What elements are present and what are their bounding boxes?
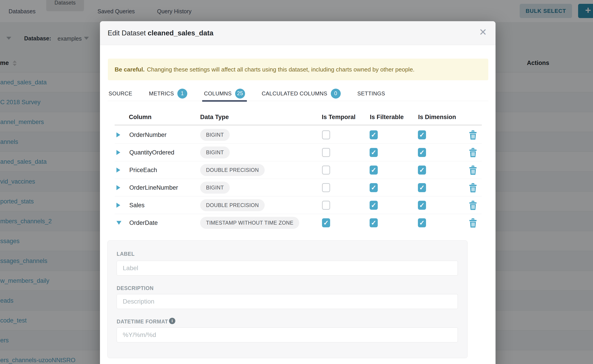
modal-tabs: SOURCE METRICS 1 COLUMNS 25 CALCULATED C… xyxy=(108,86,488,101)
column-name: PriceEach xyxy=(129,161,157,179)
tab-label: SOURCE xyxy=(109,91,132,97)
edit-dataset-modal: Edit Dataset cleaned_sales_data ✕ Be car… xyxy=(100,21,495,364)
is-dimension-checkbox[interactable]: ✓ xyxy=(418,148,426,157)
expand-caret-icon[interactable] xyxy=(116,185,120,190)
modal-title: Edit Dataset cleaned_sales_data xyxy=(108,29,213,37)
is-dimension-checkbox[interactable]: ✓ xyxy=(418,201,426,210)
close-icon[interactable]: ✕ xyxy=(479,27,487,37)
data-type-pill: DOUBLE PRECISION xyxy=(200,199,265,211)
warning-text: Changing these settings will affect all … xyxy=(147,66,415,73)
tab-calculated-columns[interactable]: CALCULATED COLUMNS 0 xyxy=(261,86,342,101)
tab-label: COLUMNS xyxy=(204,91,232,97)
expand-caret-icon[interactable] xyxy=(116,150,120,155)
expand-caret-icon[interactable] xyxy=(116,132,120,137)
is-filterable-checkbox[interactable]: ✓ xyxy=(370,218,378,227)
column-header: Is Dimension xyxy=(418,109,456,125)
expand-caret-icon[interactable] xyxy=(116,168,120,173)
column-row: OrderDate TIMESTAMP WITHOUT TIME ZONE ✓ … xyxy=(115,214,482,232)
column-name: OrderLineNumber xyxy=(129,179,178,196)
columns-table-body: OrderNumber BIGINT ✓ ✓ QuantityOrdered B… xyxy=(115,126,482,232)
tab-settings[interactable]: SETTINGS xyxy=(356,86,386,101)
modal-title-dataset-name: cleaned_sales_data xyxy=(148,29,213,37)
column-header: Data Type xyxy=(200,109,229,125)
is-filterable-checkbox[interactable]: ✓ xyxy=(370,183,378,192)
is-temporal-checkbox[interactable] xyxy=(322,148,330,157)
column-row: Sales DOUBLE PRECISION ✓ ✓ xyxy=(115,196,482,214)
column-name: OrderDate xyxy=(129,214,158,232)
info-icon[interactable]: i xyxy=(169,318,175,324)
tab-count-badge: 0 xyxy=(331,89,341,98)
is-temporal-checkbox[interactable] xyxy=(322,130,330,139)
column-name: OrderNumber xyxy=(129,126,166,144)
is-temporal-checkbox[interactable] xyxy=(322,201,330,210)
tab-count-badge: 1 xyxy=(177,89,187,98)
is-filterable-checkbox[interactable]: ✓ xyxy=(370,201,378,210)
is-filterable-checkbox[interactable]: ✓ xyxy=(370,148,378,157)
data-type-pill: TIMESTAMP WITHOUT TIME ZONE xyxy=(200,217,299,229)
modal-title-prefix: Edit Dataset xyxy=(108,29,146,37)
is-dimension-checkbox[interactable]: ✓ xyxy=(418,166,426,175)
trash-icon[interactable] xyxy=(469,130,477,140)
label-field-caption: LABEL xyxy=(117,251,135,257)
column-row: QuantityOrdered BIGINT ✓ ✓ xyxy=(115,144,482,161)
column-detail-panel: LABEL DESCRIPTION DATETIME FORMAT i xyxy=(107,240,468,358)
is-temporal-checkbox[interactable]: ✓ xyxy=(322,218,330,227)
data-type-pill: BIGINT xyxy=(200,182,230,194)
datetime-format-caption: DATETIME FORMAT xyxy=(117,319,168,325)
is-dimension-checkbox[interactable]: ✓ xyxy=(418,183,426,192)
is-dimension-checkbox[interactable]: ✓ xyxy=(418,218,426,227)
trash-icon[interactable] xyxy=(469,148,477,157)
column-row: OrderNumber BIGINT ✓ ✓ xyxy=(115,126,482,144)
tab-count-badge: 25 xyxy=(235,89,245,98)
data-type-pill: BIGINT xyxy=(200,129,230,141)
column-name: Sales xyxy=(129,196,145,214)
column-header: Is Filterable xyxy=(370,109,404,125)
is-temporal-checkbox[interactable] xyxy=(322,166,330,175)
tab-label: CALCULATED COLUMNS xyxy=(262,91,327,97)
warning-banner: Be careful. Changing these settings will… xyxy=(108,59,488,80)
column-name: QuantityOrdered xyxy=(129,144,174,161)
datetime-format-input[interactable] xyxy=(117,327,458,342)
trash-icon[interactable] xyxy=(469,165,477,175)
column-header: Is Temporal xyxy=(322,109,356,125)
screen: Databases Datasets Saved Queries Query H… xyxy=(0,0,593,364)
trash-icon[interactable] xyxy=(469,201,477,210)
description-input[interactable] xyxy=(117,294,458,309)
description-field-caption: DESCRIPTION xyxy=(117,285,154,291)
is-filterable-checkbox[interactable]: ✓ xyxy=(370,130,378,139)
trash-icon[interactable] xyxy=(469,183,477,192)
is-temporal-checkbox[interactable] xyxy=(322,183,330,192)
tab-label: METRICS xyxy=(149,91,174,97)
tab-columns[interactable]: COLUMNS 25 xyxy=(203,86,246,101)
column-header: Column xyxy=(129,109,152,125)
trash-icon[interactable] xyxy=(469,218,477,228)
modal-header: Edit Dataset cleaned_sales_data ✕ xyxy=(100,21,495,45)
data-type-pill: DOUBLE PRECISION xyxy=(200,164,265,176)
columns-table-header: Column Data Type Is Temporal Is Filterab… xyxy=(115,109,482,125)
tab-metrics[interactable]: METRICS 1 xyxy=(148,86,188,101)
is-filterable-checkbox[interactable]: ✓ xyxy=(370,166,378,175)
column-row: OrderLineNumber BIGINT ✓ ✓ xyxy=(115,179,482,196)
warning-bold: Be careful. xyxy=(115,66,145,73)
column-row: PriceEach DOUBLE PRECISION ✓ ✓ xyxy=(115,161,482,179)
label-input[interactable] xyxy=(117,261,458,276)
tab-label: SETTINGS xyxy=(357,91,385,97)
collapse-caret-icon[interactable] xyxy=(116,221,121,225)
tab-source[interactable]: SOURCE xyxy=(108,86,133,101)
is-dimension-checkbox[interactable]: ✓ xyxy=(418,130,426,139)
data-type-pill: BIGINT xyxy=(200,146,230,158)
expand-caret-icon[interactable] xyxy=(116,203,120,208)
